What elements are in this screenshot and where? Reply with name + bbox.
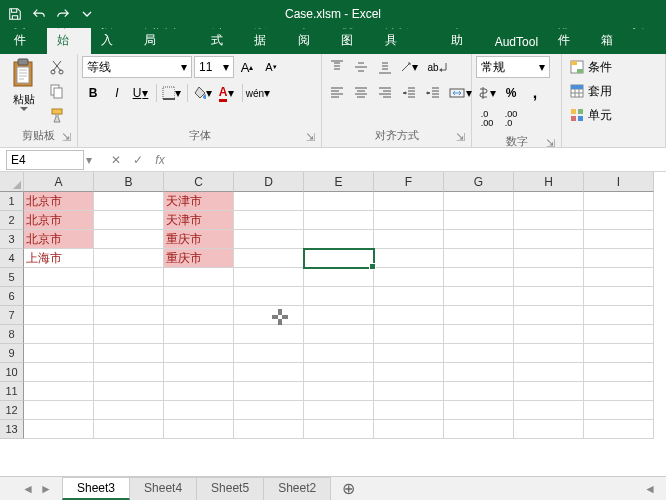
dialog-launcher-icon[interactable]: ⇲ bbox=[543, 137, 557, 151]
formula-input[interactable] bbox=[174, 150, 666, 170]
cell[interactable] bbox=[514, 211, 584, 230]
cell[interactable] bbox=[304, 344, 374, 363]
cell[interactable] bbox=[374, 401, 444, 420]
increase-decimal-icon[interactable]: .0.00 bbox=[476, 108, 498, 130]
cell[interactable] bbox=[304, 192, 374, 211]
name-box-dropdown-icon[interactable]: ▾ bbox=[86, 153, 102, 167]
cell[interactable] bbox=[584, 325, 654, 344]
cell[interactable] bbox=[374, 363, 444, 382]
name-box[interactable]: E4 bbox=[6, 150, 84, 170]
increase-font-icon[interactable]: A▴ bbox=[236, 56, 258, 78]
cell[interactable] bbox=[584, 249, 654, 268]
cell[interactable] bbox=[374, 211, 444, 230]
cell[interactable] bbox=[164, 268, 234, 287]
row-header[interactable]: 5 bbox=[0, 268, 24, 287]
cell[interactable]: 上海市 bbox=[24, 249, 94, 268]
cell[interactable] bbox=[514, 268, 584, 287]
cell[interactable] bbox=[584, 306, 654, 325]
cell[interactable] bbox=[94, 230, 164, 249]
cell[interactable] bbox=[374, 268, 444, 287]
dialog-launcher-icon[interactable]: ⇲ bbox=[59, 131, 73, 145]
dialog-launcher-icon[interactable]: ⇲ bbox=[303, 131, 317, 145]
align-center-icon[interactable] bbox=[350, 82, 372, 104]
row-header[interactable]: 10 bbox=[0, 363, 24, 382]
cell[interactable] bbox=[444, 211, 514, 230]
column-header[interactable]: D bbox=[234, 172, 304, 192]
align-middle-icon[interactable] bbox=[350, 56, 372, 78]
insert-function-icon[interactable]: fx bbox=[150, 150, 170, 170]
cell[interactable] bbox=[444, 192, 514, 211]
cell[interactable] bbox=[24, 268, 94, 287]
decrease-font-icon[interactable]: A▾ bbox=[260, 56, 282, 78]
decrease-decimal-icon[interactable]: .00.0 bbox=[500, 108, 522, 130]
cancel-formula-icon[interactable]: ✕ bbox=[106, 150, 126, 170]
align-top-icon[interactable] bbox=[326, 56, 348, 78]
column-header[interactable]: A bbox=[24, 172, 94, 192]
cell[interactable] bbox=[444, 363, 514, 382]
increase-indent-icon[interactable] bbox=[422, 82, 444, 104]
cell[interactable]: 北京市 bbox=[24, 211, 94, 230]
cell[interactable] bbox=[234, 230, 304, 249]
add-sheet-button[interactable]: ⊕ bbox=[336, 477, 360, 501]
cell[interactable] bbox=[584, 363, 654, 382]
border-button[interactable]: ▾ bbox=[161, 82, 183, 104]
column-header[interactable]: F bbox=[374, 172, 444, 192]
cell[interactable] bbox=[164, 306, 234, 325]
cell[interactable] bbox=[234, 344, 304, 363]
cell[interactable] bbox=[374, 325, 444, 344]
phonetic-guide-button[interactable]: wén▾ bbox=[247, 82, 269, 104]
sheet-tab[interactable]: Sheet5 bbox=[196, 477, 264, 500]
row-header[interactable]: 2 bbox=[0, 211, 24, 230]
cell[interactable] bbox=[444, 420, 514, 439]
cell[interactable] bbox=[24, 363, 94, 382]
cell[interactable] bbox=[304, 420, 374, 439]
font-name-combo[interactable]: 等线▾ bbox=[82, 56, 192, 78]
cell[interactable] bbox=[374, 192, 444, 211]
cell[interactable] bbox=[444, 344, 514, 363]
cell[interactable] bbox=[374, 287, 444, 306]
column-header[interactable]: G bbox=[444, 172, 514, 192]
cell[interactable] bbox=[24, 401, 94, 420]
cell[interactable] bbox=[444, 382, 514, 401]
cell[interactable] bbox=[444, 325, 514, 344]
cell[interactable] bbox=[444, 230, 514, 249]
percent-icon[interactable]: % bbox=[500, 82, 522, 104]
cell[interactable] bbox=[584, 420, 654, 439]
row-header[interactable]: 9 bbox=[0, 344, 24, 363]
cell[interactable] bbox=[514, 306, 584, 325]
cell[interactable] bbox=[234, 192, 304, 211]
cell[interactable] bbox=[94, 211, 164, 230]
decrease-indent-icon[interactable] bbox=[398, 82, 420, 104]
column-header[interactable]: B bbox=[94, 172, 164, 192]
cell[interactable] bbox=[444, 249, 514, 268]
cell[interactable] bbox=[164, 382, 234, 401]
cell[interactable] bbox=[24, 344, 94, 363]
cell[interactable] bbox=[444, 268, 514, 287]
cell[interactable] bbox=[304, 325, 374, 344]
cell[interactable] bbox=[584, 211, 654, 230]
cell[interactable] bbox=[584, 268, 654, 287]
cell[interactable] bbox=[304, 287, 374, 306]
cell[interactable] bbox=[514, 287, 584, 306]
cell[interactable] bbox=[94, 420, 164, 439]
cell[interactable] bbox=[24, 306, 94, 325]
qat-customize-icon[interactable] bbox=[76, 3, 98, 25]
cell[interactable] bbox=[304, 230, 374, 249]
cell[interactable] bbox=[304, 382, 374, 401]
cell[interactable] bbox=[374, 382, 444, 401]
cell[interactable]: 重庆市 bbox=[164, 230, 234, 249]
align-bottom-icon[interactable] bbox=[374, 56, 396, 78]
cell[interactable] bbox=[514, 325, 584, 344]
spreadsheet-grid[interactable]: ABCDEFGHI 12345678910111213 北京市天津市北京市天津市… bbox=[0, 172, 666, 476]
cell[interactable] bbox=[94, 401, 164, 420]
cell[interactable] bbox=[584, 287, 654, 306]
ribbon-tab-10[interactable]: AudTool bbox=[485, 30, 548, 54]
cell[interactable] bbox=[234, 401, 304, 420]
cell[interactable] bbox=[164, 363, 234, 382]
copy-icon[interactable] bbox=[46, 80, 68, 102]
cell[interactable] bbox=[444, 287, 514, 306]
cell[interactable] bbox=[234, 325, 304, 344]
row-header[interactable]: 8 bbox=[0, 325, 24, 344]
cut-icon[interactable] bbox=[46, 56, 68, 78]
cell[interactable] bbox=[234, 363, 304, 382]
